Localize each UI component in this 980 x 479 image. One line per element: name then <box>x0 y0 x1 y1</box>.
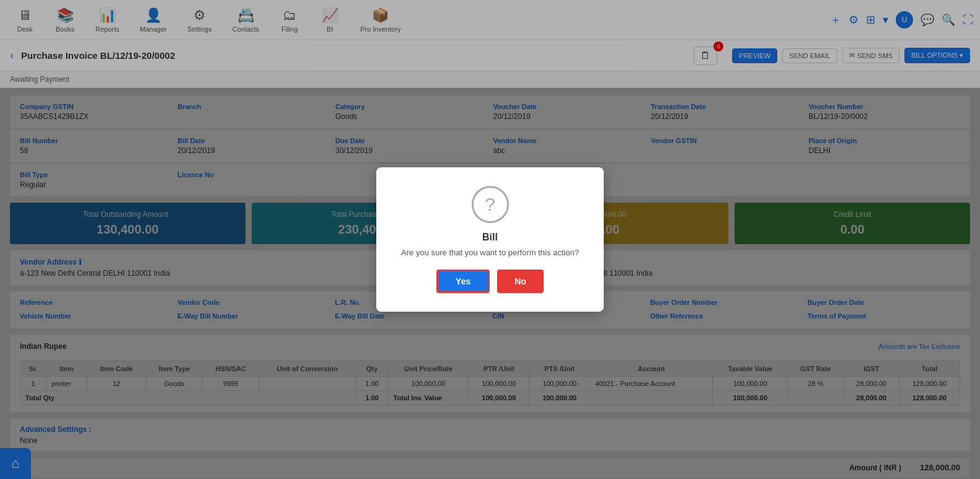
question-mark: ? <box>485 194 495 215</box>
question-icon: ? <box>472 186 509 223</box>
confirmation-modal: ? Bill Are you sure that you want to per… <box>376 167 604 312</box>
yes-button[interactable]: Yes <box>436 270 490 293</box>
modal-buttons: Yes No <box>401 270 579 293</box>
modal-title: Bill <box>401 232 579 243</box>
modal-message: Are you sure that you want to perform th… <box>401 248 579 257</box>
modal-overlay: ? Bill Are you sure that you want to per… <box>0 0 980 479</box>
no-button[interactable]: No <box>497 270 544 293</box>
